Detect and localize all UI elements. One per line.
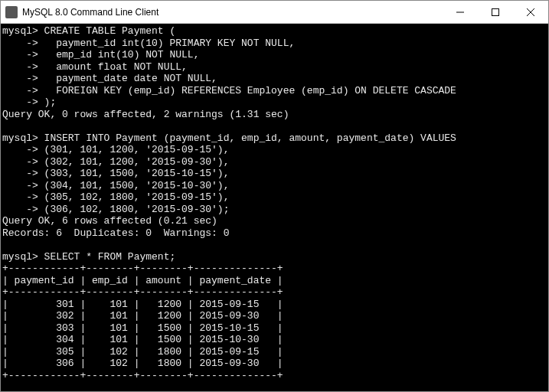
minimize-button[interactable] (443, 1, 478, 23)
minimize-icon (456, 8, 464, 16)
close-icon (527, 8, 534, 16)
terminal-output[interactable]: mysql> CREATE TABLE Payment ( -> payment… (1, 24, 548, 392)
maximize-icon (492, 8, 499, 16)
close-button[interactable] (513, 1, 548, 23)
app-icon (5, 6, 18, 18)
window-title: MySQL 8.0 Command Line Client (22, 7, 443, 18)
svg-rect-1 (492, 8, 499, 15)
window-buttons (443, 1, 548, 23)
titlebar: MySQL 8.0 Command Line Client (1, 1, 548, 24)
maximize-button[interactable] (478, 1, 513, 23)
